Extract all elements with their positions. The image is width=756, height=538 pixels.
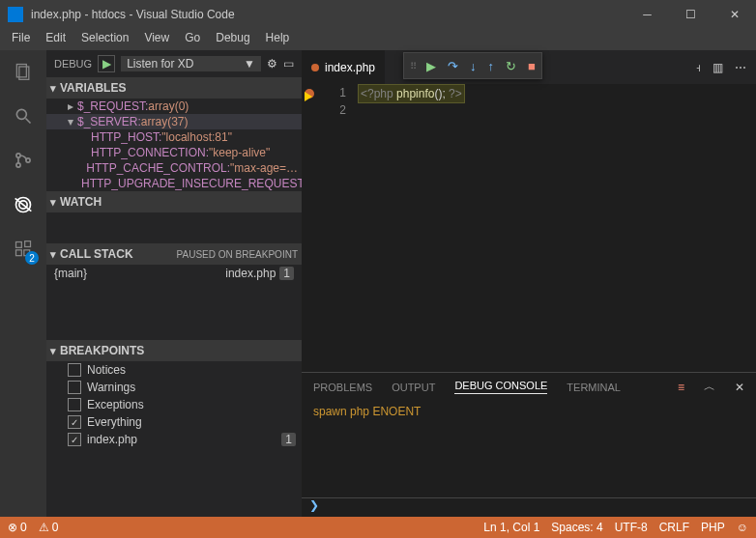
svg-rect-10 [16, 242, 22, 248]
breakpoint-row[interactable]: Notices [46, 361, 302, 379]
menu-help[interactable]: Help [258, 29, 298, 50]
breakpoint-row[interactable]: Warnings [46, 379, 302, 396]
tab-label: index.php [325, 61, 375, 74]
editor-area: index.php ⠿ ▶ ↷ ↓ ↑ ↻ ■ ⫞ ▥ ⋯ [302, 50, 756, 517]
checkbox[interactable] [68, 363, 81, 377]
panel-tab-terminal[interactable]: TERMINAL [567, 382, 621, 393]
menu-debug[interactable]: Debug [208, 29, 257, 50]
checkbox[interactable] [68, 433, 81, 446]
continue-button[interactable]: ▶ [426, 59, 436, 73]
gear-icon[interactable]: ⚙ [267, 57, 277, 71]
breakpoints-list: NoticesWarningsExceptionsEverythingindex… [46, 361, 302, 448]
execution-pointer-icon [305, 92, 312, 101]
panel-tab-problems[interactable]: PROBLEMS [313, 382, 372, 393]
status-feedback-icon[interactable]: ☺ [737, 521, 748, 534]
status-language[interactable]: PHP [701, 521, 725, 534]
explorer-icon[interactable] [10, 58, 37, 85]
search-icon[interactable] [10, 102, 37, 129]
variable-row[interactable]: HTTP_UPGRADE_INSECURE_REQUEST… [46, 176, 302, 191]
breakpoints-section-header[interactable]: ▾ BREAKPOINTS [46, 340, 302, 361]
editor-tabs: index.php ⠿ ▶ ↷ ↓ ↑ ↻ ■ ⫞ ▥ ⋯ [302, 50, 756, 84]
breakpoint-row[interactable]: Everything [46, 413, 302, 431]
status-eol[interactable]: CRLF [659, 521, 689, 534]
close-panel-icon[interactable]: ✕ [735, 381, 744, 394]
variable-row[interactable]: HTTP_CONNECTION: "keep-alive" [46, 145, 302, 160]
glyph-margin[interactable] [302, 84, 319, 372]
step-over-button[interactable]: ↷ [448, 59, 458, 73]
watch-empty [46, 212, 302, 243]
variable-row[interactable]: ▾$_SERVER: array(37) [46, 114, 302, 129]
svg-point-4 [16, 154, 20, 157]
debug-toolbar: DEBUG ▶ Listen for XD▼ ⚙ ▭ [46, 50, 302, 77]
close-window-button[interactable]: ✕ [712, 0, 756, 29]
collapse-panel-icon[interactable]: ︿ [704, 379, 715, 395]
panel-tab-debug-console[interactable]: DEBUG CONSOLE [454, 380, 547, 394]
svg-point-2 [16, 109, 26, 119]
checkbox[interactable] [68, 398, 81, 411]
svg-line-3 [26, 119, 31, 124]
menu-go[interactable]: Go [177, 29, 208, 50]
clear-console-icon[interactable]: ≡ [678, 381, 684, 394]
menu-view[interactable]: View [136, 29, 177, 50]
menubar: File Edit Selection View Go Debug Help [0, 29, 756, 50]
menu-edit[interactable]: Edit [38, 29, 73, 50]
maximize-button[interactable]: ☐ [669, 0, 712, 29]
status-cursor-pos[interactable]: Ln 1, Col 1 [483, 521, 539, 534]
tab-index-php[interactable]: index.php [302, 50, 385, 84]
breakpoint-row[interactable]: index.php1 [46, 431, 302, 448]
variable-row[interactable]: HTTP_CACHE_CONTROL: "max-age=… [46, 160, 302, 176]
callstack-list: {main}index.php1 [46, 265, 302, 282]
callstack-frame[interactable]: {main}index.php1 [46, 265, 302, 282]
floating-debug-toolbar[interactable]: ⠿ ▶ ↷ ↓ ↑ ↻ ■ [403, 52, 542, 79]
callstack-section-header[interactable]: ▾ CALL STACKPAUSED ON BREAKPOINT [46, 243, 302, 265]
status-warnings[interactable]: ⚠ 0 [39, 521, 59, 534]
status-bar: ⊗ 0 ⚠ 0 Ln 1, Col 1 Spaces: 4 UTF-8 CRLF… [0, 517, 756, 538]
split-editor-icon[interactable]: ⫞ [695, 61, 701, 74]
debug-label: DEBUG [54, 58, 92, 70]
more-actions-icon[interactable]: ⋯ [735, 61, 746, 74]
svg-rect-13 [25, 241, 31, 247]
activity-bar: 2 [0, 50, 46, 517]
extensions-badge: 2 [25, 251, 39, 265]
watch-section-header[interactable]: ▾ WATCH [46, 191, 302, 212]
code-editor[interactable]: 1 2 <?php phpinfo(); ?> [302, 84, 756, 372]
menu-selection[interactable]: Selection [73, 29, 136, 50]
source-control-icon[interactable] [10, 147, 37, 174]
menu-file[interactable]: File [4, 29, 38, 50]
stop-button[interactable]: ■ [528, 59, 536, 73]
checkbox[interactable] [68, 415, 81, 429]
titlebar: index.php - htdocs - Visual Studio Code … [0, 0, 756, 29]
status-errors[interactable]: ⊗ 0 [8, 521, 27, 534]
step-out-button[interactable]: ↑ [488, 59, 495, 73]
svg-point-5 [16, 163, 20, 167]
variables-list: ▸$_REQUEST: array(0)▾$_SERVER: array(37)… [46, 99, 302, 191]
extensions-icon[interactable]: 2 [10, 236, 37, 263]
variable-row[interactable]: HTTP_HOST: "localhost:81" [46, 129, 302, 145]
debug-config-select[interactable]: Listen for XD▼ [121, 56, 261, 71]
step-into-button[interactable]: ↓ [470, 59, 477, 73]
checkbox[interactable] [68, 381, 81, 394]
panel-tabs: PROBLEMS OUTPUT DEBUG CONSOLE TERMINAL ≡… [302, 373, 756, 401]
drag-grip-icon[interactable]: ⠿ [410, 61, 415, 71]
window-title: index.php - htdocs - Visual Studio Code [31, 8, 625, 21]
debug-console-output[interactable]: spawn php ENOENT [302, 401, 756, 497]
code-content[interactable]: <?php phpinfo(); ?> [358, 84, 756, 372]
minimize-button[interactable]: ─ [625, 0, 669, 29]
editor-layout-icon[interactable]: ▥ [712, 61, 723, 74]
line-numbers: 1 2 [319, 84, 358, 372]
breakpoint-row[interactable]: Exceptions [46, 396, 302, 413]
debug-console-input[interactable]: ❯ [302, 497, 756, 517]
debug-sidebar: DEBUG ▶ Listen for XD▼ ⚙ ▭ ▾ VARIABLES ▸… [46, 50, 302, 517]
start-debug-button[interactable]: ▶ [98, 55, 115, 72]
restart-button[interactable]: ↻ [506, 59, 516, 73]
status-indent[interactable]: Spaces: 4 [551, 521, 602, 534]
status-encoding[interactable]: UTF-8 [615, 521, 648, 534]
bottom-panel: PROBLEMS OUTPUT DEBUG CONSOLE TERMINAL ≡… [302, 372, 756, 517]
debug-icon[interactable] [10, 191, 37, 218]
svg-rect-11 [16, 250, 22, 256]
console-icon[interactable]: ▭ [283, 57, 294, 71]
breakpoint-dot-icon [311, 64, 319, 71]
variable-row[interactable]: ▸$_REQUEST: array(0) [46, 99, 302, 114]
panel-tab-output[interactable]: OUTPUT [392, 382, 435, 393]
variables-section-header[interactable]: ▾ VARIABLES [46, 77, 302, 99]
